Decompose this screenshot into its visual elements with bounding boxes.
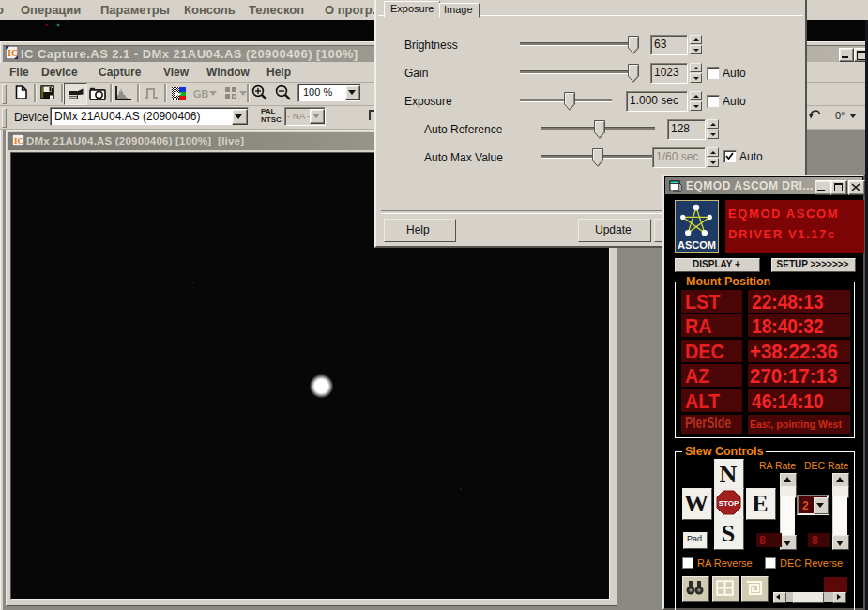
svg-text:IC: IC [14, 136, 23, 145]
svg-text:IC: IC [8, 48, 18, 58]
svg-text:STOP: STOP [719, 499, 739, 508]
